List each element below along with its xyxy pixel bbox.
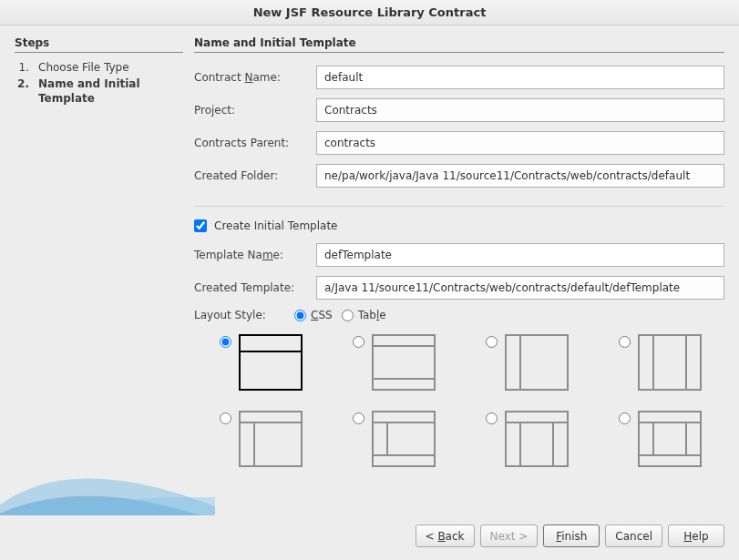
contracts-parent-input <box>316 131 724 155</box>
layout-radio-8[interactable] <box>619 412 631 424</box>
created-folder-label: Created Folder: <box>194 169 309 182</box>
wizard-buttonbar: < Back Next > Finish Cancel Help <box>0 515 739 560</box>
created-template-label: Created Template: <box>194 281 309 294</box>
layout-radio-1[interactable] <box>220 336 231 348</box>
layout-thumb-header-left[interactable] <box>239 411 303 467</box>
layout-radio-5[interactable] <box>220 412 231 424</box>
row-create-initial-template: Create Initial Template <box>194 219 724 232</box>
layout-thumb-left-col[interactable] <box>505 334 569 391</box>
steps-heading: Steps <box>15 36 183 53</box>
contract-name-label: Contract Name: <box>194 71 309 84</box>
layout-option-8[interactable] <box>619 411 715 467</box>
next-button: Next > <box>480 524 539 547</box>
finish-button[interactable]: Finish <box>543 524 600 547</box>
layout-option-3[interactable] <box>486 334 582 391</box>
layout-radio-2[interactable] <box>353 336 364 348</box>
decorative-swoosh <box>0 406 215 515</box>
steps-sidebar: Steps 1. Choose File Type 2. Name and In… <box>15 36 183 515</box>
project-label: Project: <box>194 104 309 117</box>
layout-radio-7[interactable] <box>486 412 498 424</box>
row-contracts-parent: Contracts Parent: <box>194 131 724 155</box>
create-initial-template-checkbox[interactable] <box>194 219 207 232</box>
row-created-folder: Created Folder: <box>194 164 724 188</box>
layout-style-css-radio[interactable] <box>294 310 306 321</box>
layout-thumb-header-footer-left-right[interactable] <box>638 411 702 467</box>
layout-option-7[interactable] <box>486 411 582 467</box>
help-button[interactable]: Help <box>668 524 724 547</box>
back-button[interactable]: < Back <box>416 524 475 547</box>
layout-radio-3[interactable] <box>486 336 498 348</box>
created-folder-input <box>316 164 724 188</box>
row-template-name: Template Name: <box>194 243 724 267</box>
layout-templates-grid <box>194 334 724 467</box>
layout-option-1[interactable] <box>220 334 316 391</box>
layout-style-css-option[interactable]: CSS <box>294 309 333 321</box>
created-template-input <box>316 276 724 300</box>
window-titlebar: New JSF Resource Library Contract <box>0 0 739 25</box>
layout-option-6[interactable] <box>353 411 449 467</box>
row-project: Project: <box>194 98 724 122</box>
step-item-2: 2. Name and Initial Template <box>16 76 183 106</box>
layout-radio-4[interactable] <box>619 336 631 348</box>
layout-thumb-header-left-right[interactable] <box>505 411 569 467</box>
steps-list: 1. Choose File Type 2. Name and Initial … <box>15 60 183 107</box>
project-input <box>316 98 724 122</box>
panel-heading: Name and Initial Template <box>194 36 724 53</box>
layout-thumb-left-right-col[interactable] <box>638 334 702 391</box>
template-name-label: Template Name: <box>194 249 309 261</box>
contract-name-input[interactable] <box>316 66 724 89</box>
row-created-template: Created Template: <box>194 276 724 300</box>
main-area: Steps 1. Choose File Type 2. Name and In… <box>0 25 739 515</box>
content-panel: Name and Initial Template Contract Name:… <box>194 36 724 515</box>
step-number: 1. <box>16 60 29 75</box>
layout-style-label: Layout Style: <box>194 309 285 321</box>
step-label: Choose File Type <box>38 60 183 75</box>
row-layout-style: Layout Style: CSS Table <box>194 309 724 321</box>
template-name-input[interactable] <box>316 243 724 267</box>
layout-radio-6[interactable] <box>353 412 364 424</box>
step-label: Name and Initial Template <box>38 76 183 106</box>
layout-thumb-header-only[interactable] <box>239 334 303 391</box>
layout-style-table-radio[interactable] <box>342 310 354 321</box>
layout-option-2[interactable] <box>353 334 449 391</box>
layout-option-4[interactable] <box>619 334 715 391</box>
section-divider <box>194 206 724 207</box>
cancel-button[interactable]: Cancel <box>605 524 662 547</box>
row-contract-name: Contract Name: <box>194 66 724 89</box>
step-number: 2. <box>16 76 29 106</box>
contracts-parent-label: Contracts Parent: <box>194 137 309 149</box>
layout-option-5[interactable] <box>220 411 316 467</box>
layout-thumb-header-footer[interactable] <box>372 334 436 391</box>
layout-style-table-option[interactable]: Table <box>342 309 386 321</box>
window-title: New JSF Resource Library Contract <box>253 5 487 19</box>
create-initial-template-label[interactable]: Create Initial Template <box>214 219 337 232</box>
step-item-1: 1. Choose File Type <box>16 60 183 75</box>
layout-thumb-header-footer-left[interactable] <box>372 411 436 467</box>
